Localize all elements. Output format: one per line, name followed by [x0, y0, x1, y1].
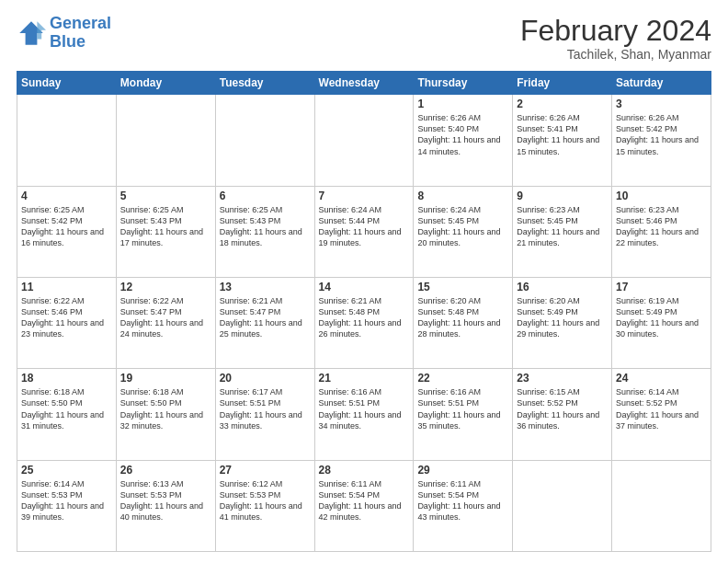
- day-info: Sunrise: 6:22 AM Sunset: 5:46 PM Dayligh…: [21, 295, 112, 340]
- day-cell: [116, 95, 215, 186]
- day-info: Sunrise: 6:12 AM Sunset: 5:53 PM Dayligh…: [220, 478, 311, 523]
- week-row-2: 4Sunrise: 6:25 AM Sunset: 5:42 PM Daylig…: [17, 186, 711, 277]
- day-cell: 14Sunrise: 6:21 AM Sunset: 5:48 PM Dayli…: [314, 277, 414, 368]
- day-number: 23: [517, 372, 608, 385]
- day-info: Sunrise: 6:11 AM Sunset: 5:54 PM Dayligh…: [319, 478, 410, 523]
- day-cell: 13Sunrise: 6:21 AM Sunset: 5:47 PM Dayli…: [215, 277, 314, 368]
- day-info: Sunrise: 6:17 AM Sunset: 5:51 PM Dayligh…: [220, 386, 311, 431]
- header: General Blue February 2024 Tachilek, Sha…: [17, 15, 711, 62]
- col-sunday: Sunday: [17, 72, 117, 95]
- day-cell: 28Sunrise: 6:11 AM Sunset: 5:54 PM Dayli…: [314, 460, 414, 551]
- day-cell: 17Sunrise: 6:19 AM Sunset: 5:49 PM Dayli…: [612, 277, 711, 368]
- day-info: Sunrise: 6:25 AM Sunset: 5:43 PM Dayligh…: [220, 204, 311, 249]
- logo-line1: General: [50, 14, 111, 32]
- day-cell: 8Sunrise: 6:24 AM Sunset: 5:45 PM Daylig…: [414, 186, 513, 277]
- col-monday: Monday: [116, 72, 215, 95]
- logo-line2: Blue: [50, 32, 85, 51]
- logo-text: General Blue: [50, 15, 111, 52]
- day-number: 20: [220, 372, 311, 385]
- day-cell: 9Sunrise: 6:23 AM Sunset: 5:45 PM Daylig…: [513, 186, 612, 277]
- day-cell: 6Sunrise: 6:25 AM Sunset: 5:43 PM Daylig…: [215, 186, 314, 277]
- day-info: Sunrise: 6:18 AM Sunset: 5:50 PM Dayligh…: [120, 386, 211, 431]
- day-info: Sunrise: 6:20 AM Sunset: 5:49 PM Dayligh…: [517, 295, 608, 340]
- day-number: 7: [319, 190, 410, 202]
- day-number: 18: [21, 372, 112, 385]
- day-cell: [612, 460, 711, 551]
- subtitle: Tachilek, Shan, Myanmar: [520, 47, 711, 62]
- day-info: Sunrise: 6:16 AM Sunset: 5:51 PM Dayligh…: [417, 386, 508, 431]
- calendar-table: Sunday Monday Tuesday Wednesday Thursday…: [17, 71, 711, 552]
- day-cell: 1Sunrise: 6:26 AM Sunset: 5:40 PM Daylig…: [414, 95, 513, 186]
- col-friday: Friday: [513, 72, 612, 95]
- day-cell: 24Sunrise: 6:14 AM Sunset: 5:52 PM Dayli…: [612, 369, 711, 460]
- day-number: 12: [120, 281, 211, 293]
- day-cell: 5Sunrise: 6:25 AM Sunset: 5:43 PM Daylig…: [116, 186, 215, 277]
- day-cell: 3Sunrise: 6:26 AM Sunset: 5:42 PM Daylig…: [612, 95, 711, 186]
- day-number: 28: [319, 464, 410, 477]
- day-info: Sunrise: 6:26 AM Sunset: 5:40 PM Dayligh…: [417, 112, 508, 157]
- day-number: 21: [319, 372, 410, 385]
- svg-marker-1: [37, 21, 46, 39]
- week-row-3: 11Sunrise: 6:22 AM Sunset: 5:46 PM Dayli…: [17, 277, 711, 368]
- day-number: 6: [220, 190, 311, 202]
- day-info: Sunrise: 6:20 AM Sunset: 5:48 PM Dayligh…: [417, 295, 508, 340]
- day-cell: 10Sunrise: 6:23 AM Sunset: 5:46 PM Dayli…: [612, 186, 711, 277]
- day-number: 5: [120, 190, 211, 202]
- day-info: Sunrise: 6:14 AM Sunset: 5:53 PM Dayligh…: [21, 478, 112, 523]
- day-cell: 11Sunrise: 6:22 AM Sunset: 5:46 PM Dayli…: [17, 277, 117, 368]
- week-row-5: 25Sunrise: 6:14 AM Sunset: 5:53 PM Dayli…: [17, 460, 711, 551]
- main-title: February 2024: [520, 15, 711, 47]
- day-cell: 21Sunrise: 6:16 AM Sunset: 5:51 PM Dayli…: [314, 369, 414, 460]
- day-info: Sunrise: 6:18 AM Sunset: 5:50 PM Dayligh…: [21, 386, 112, 431]
- day-number: 24: [616, 372, 707, 385]
- day-number: 9: [517, 190, 608, 202]
- day-cell: 22Sunrise: 6:16 AM Sunset: 5:51 PM Dayli…: [414, 369, 513, 460]
- col-tuesday: Tuesday: [215, 72, 314, 95]
- day-info: Sunrise: 6:23 AM Sunset: 5:45 PM Dayligh…: [517, 204, 608, 249]
- page: General Blue February 2024 Tachilek, Sha…: [0, 0, 728, 563]
- day-cell: [314, 95, 414, 186]
- day-cell: 20Sunrise: 6:17 AM Sunset: 5:51 PM Dayli…: [215, 369, 314, 460]
- day-info: Sunrise: 6:22 AM Sunset: 5:47 PM Dayligh…: [120, 295, 211, 340]
- day-number: 22: [417, 372, 508, 385]
- day-info: Sunrise: 6:15 AM Sunset: 5:52 PM Dayligh…: [517, 386, 608, 431]
- day-number: 19: [120, 372, 211, 385]
- day-number: 15: [417, 281, 508, 293]
- day-cell: 7Sunrise: 6:24 AM Sunset: 5:44 PM Daylig…: [314, 186, 414, 277]
- day-info: Sunrise: 6:21 AM Sunset: 5:47 PM Dayligh…: [220, 295, 311, 340]
- day-cell: 12Sunrise: 6:22 AM Sunset: 5:47 PM Dayli…: [116, 277, 215, 368]
- day-cell: 4Sunrise: 6:25 AM Sunset: 5:42 PM Daylig…: [17, 186, 117, 277]
- day-number: 4: [21, 190, 112, 202]
- logo-icon: [17, 18, 46, 48]
- day-info: Sunrise: 6:13 AM Sunset: 5:53 PM Dayligh…: [120, 478, 211, 523]
- logo: General Blue: [17, 15, 111, 52]
- day-number: 27: [220, 464, 311, 477]
- day-number: 1: [417, 98, 508, 110]
- day-info: Sunrise: 6:19 AM Sunset: 5:49 PM Dayligh…: [616, 295, 707, 340]
- day-number: 16: [517, 281, 608, 293]
- day-info: Sunrise: 6:16 AM Sunset: 5:51 PM Dayligh…: [319, 386, 410, 431]
- day-info: Sunrise: 6:24 AM Sunset: 5:45 PM Dayligh…: [417, 204, 508, 249]
- day-number: 26: [120, 464, 211, 477]
- day-cell: 25Sunrise: 6:14 AM Sunset: 5:53 PM Dayli…: [17, 460, 117, 551]
- day-number: 14: [319, 281, 410, 293]
- day-info: Sunrise: 6:14 AM Sunset: 5:52 PM Dayligh…: [616, 386, 707, 431]
- day-number: 11: [21, 281, 112, 293]
- day-number: 29: [417, 464, 508, 477]
- day-number: 3: [616, 98, 707, 110]
- day-number: 10: [616, 190, 707, 202]
- day-number: 8: [417, 190, 508, 202]
- day-info: Sunrise: 6:23 AM Sunset: 5:46 PM Dayligh…: [616, 204, 707, 249]
- calendar-header-row: Sunday Monday Tuesday Wednesday Thursday…: [17, 72, 711, 95]
- col-wednesday: Wednesday: [314, 72, 414, 95]
- day-cell: [513, 460, 612, 551]
- day-number: 25: [21, 464, 112, 477]
- week-row-4: 18Sunrise: 6:18 AM Sunset: 5:50 PM Dayli…: [17, 369, 711, 460]
- day-cell: 29Sunrise: 6:11 AM Sunset: 5:54 PM Dayli…: [414, 460, 513, 551]
- day-cell: 2Sunrise: 6:26 AM Sunset: 5:41 PM Daylig…: [513, 95, 612, 186]
- day-number: 17: [616, 281, 707, 293]
- day-cell: 26Sunrise: 6:13 AM Sunset: 5:53 PM Dayli…: [116, 460, 215, 551]
- col-thursday: Thursday: [414, 72, 513, 95]
- title-block: February 2024 Tachilek, Shan, Myanmar: [520, 15, 711, 62]
- day-info: Sunrise: 6:25 AM Sunset: 5:42 PM Dayligh…: [21, 204, 112, 249]
